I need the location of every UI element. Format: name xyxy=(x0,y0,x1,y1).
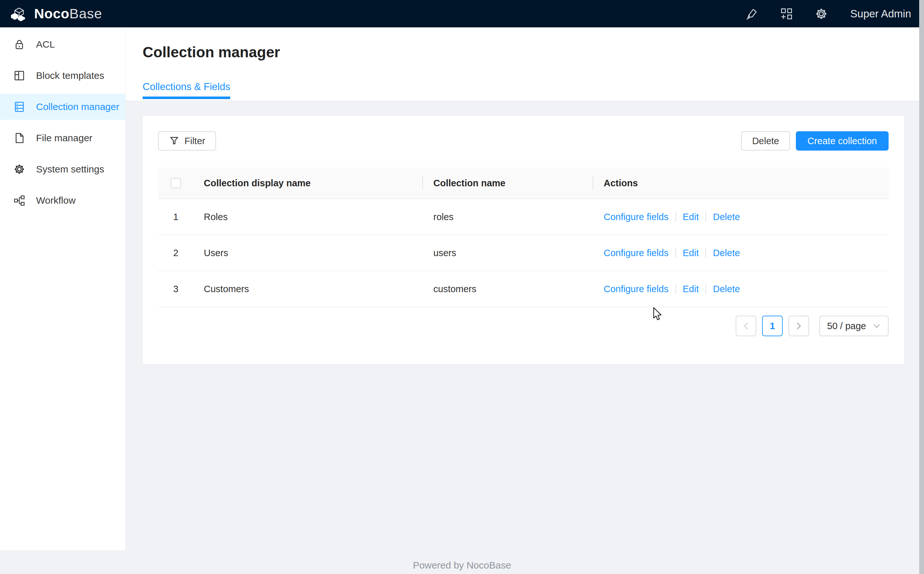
actions-cell: Configure fieldsEditDelete xyxy=(593,284,889,294)
sidebar-item-block-templates[interactable]: Block templates xyxy=(0,62,125,88)
tabs-bar: Collections & Fields xyxy=(143,81,924,99)
sidebar-item-label: File manager xyxy=(36,132,92,144)
powered-by-footer: Powered by NocoBase xyxy=(0,560,924,571)
name-cell: users xyxy=(423,248,593,259)
table-row: 3 Customers customers Configure fieldsEd… xyxy=(158,271,889,307)
action-divider xyxy=(676,212,676,221)
logo-text: NocoBase xyxy=(34,7,103,20)
settings-button[interactable] xyxy=(813,6,829,22)
delete-link[interactable]: Delete xyxy=(713,284,740,294)
page-header: Collection manager Collections & Fields xyxy=(126,27,924,100)
pagination: 1 50 / page xyxy=(158,315,889,336)
name-cell: roles xyxy=(423,212,593,222)
action-divider xyxy=(705,284,706,293)
display-name-cell: Users xyxy=(193,248,423,259)
name-cell: customers xyxy=(423,284,593,294)
action-divider xyxy=(676,248,676,257)
table-row: 2 Users users Configure fieldsEditDelete xyxy=(158,235,889,271)
appstore-add-icon xyxy=(779,7,794,21)
configure-fields-link[interactable]: Configure fields xyxy=(604,248,669,258)
header-actions: Super Admin xyxy=(744,6,916,22)
previous-page-button[interactable] xyxy=(736,315,756,336)
table-header-row: Collection display name Collection name … xyxy=(158,168,889,199)
chevron-down-icon xyxy=(872,322,881,330)
create-collection-button[interactable]: Create collection xyxy=(796,131,889,151)
sidebar-item-label: Collection manager xyxy=(36,101,119,112)
column-header-actions: Actions xyxy=(593,168,889,199)
edit-link[interactable]: Edit xyxy=(683,284,699,294)
workflow-icon xyxy=(13,194,26,207)
sidebar: ACL Block templates Collection manager F… xyxy=(0,27,126,550)
configure-fields-link[interactable]: Configure fields xyxy=(604,212,669,222)
nocobase-cube-icon xyxy=(8,5,29,23)
filter-button[interactable]: Filter xyxy=(158,131,216,151)
content-area: Filter Delete Create collection Collecti… xyxy=(126,100,924,574)
page-title: Collection manager xyxy=(143,27,924,60)
card-toolbar: Filter Delete Create collection xyxy=(158,131,889,151)
file-icon xyxy=(13,132,26,145)
column-header-display-name: Collection display name xyxy=(193,168,423,199)
edit-link[interactable]: Edit xyxy=(683,212,699,222)
sidebar-item-workflow[interactable]: Workflow xyxy=(0,187,125,213)
row-index: 3 xyxy=(158,284,193,294)
gear-icon xyxy=(13,163,26,176)
row-index: 2 xyxy=(158,248,193,259)
collections-card: Filter Delete Create collection Collecti… xyxy=(143,116,904,364)
layout-icon xyxy=(13,69,26,82)
funnel-icon xyxy=(169,136,179,146)
select-all-checkbox[interactable] xyxy=(171,178,181,188)
actions-cell: Configure fieldsEditDelete xyxy=(593,212,889,222)
collection-icon xyxy=(13,100,26,113)
toolbar-right: Delete Create collection xyxy=(741,131,889,151)
edit-link[interactable]: Edit xyxy=(683,248,699,258)
action-divider xyxy=(705,248,706,257)
logo-text-bold: Noco xyxy=(34,6,69,21)
delete-link[interactable]: Delete xyxy=(713,248,740,258)
actions-cell: Configure fieldsEditDelete xyxy=(593,248,889,259)
column-header-name: Collection name xyxy=(423,168,593,199)
chevron-right-icon xyxy=(794,322,803,330)
top-header: NocoBase Super Admin xyxy=(0,0,924,27)
sidebar-item-label: Workflow xyxy=(36,195,76,206)
select-all-cell xyxy=(158,178,193,188)
display-name-cell: Roles xyxy=(193,212,423,222)
row-index: 1 xyxy=(158,212,193,222)
page-size-value: 50 / page xyxy=(827,321,866,331)
gear-icon xyxy=(814,7,828,21)
nocobase-logo[interactable]: NocoBase xyxy=(8,5,103,23)
page-size-select[interactable]: 50 / page xyxy=(819,315,889,336)
logo-text-light: Base xyxy=(69,6,103,21)
lock-icon xyxy=(13,38,26,51)
delete-link[interactable]: Delete xyxy=(713,212,740,222)
sidebar-item-label: ACL xyxy=(36,39,55,50)
vertical-scrollbar[interactable] xyxy=(919,0,924,574)
next-page-button[interactable] xyxy=(788,315,809,336)
display-name-cell: Customers xyxy=(193,284,423,294)
tab-collections-and-fields[interactable]: Collections & Fields xyxy=(143,81,230,99)
configure-fields-link[interactable]: Configure fields xyxy=(604,284,669,294)
layout: ACL Block templates Collection manager F… xyxy=(0,27,924,574)
main-area: Collection manager Collections & Fields … xyxy=(126,27,924,574)
delete-button[interactable]: Delete xyxy=(741,131,790,151)
highlight-icon xyxy=(745,7,759,21)
sidebar-item-collection-manager[interactable]: Collection manager xyxy=(0,94,125,120)
plugins-button[interactable] xyxy=(779,6,794,22)
sidebar-item-file-manager[interactable]: File manager xyxy=(0,125,125,151)
action-divider xyxy=(676,284,676,293)
table-row: 1 Roles roles Configure fieldsEditDelete xyxy=(158,199,889,235)
sidebar-item-system-settings[interactable]: System settings xyxy=(0,156,125,182)
ui-editor-button[interactable] xyxy=(744,6,760,22)
sidebar-item-label: System settings xyxy=(36,164,104,175)
collections-table: Collection display name Collection name … xyxy=(158,168,889,307)
sidebar-item-label: Block templates xyxy=(36,70,104,81)
filter-button-label: Filter xyxy=(185,136,205,147)
chevron-left-icon xyxy=(742,322,750,330)
sidebar-item-acl[interactable]: ACL xyxy=(0,31,125,57)
action-divider xyxy=(705,212,706,221)
page-1-button[interactable]: 1 xyxy=(762,315,783,336)
user-menu[interactable]: Super Admin xyxy=(850,8,911,20)
